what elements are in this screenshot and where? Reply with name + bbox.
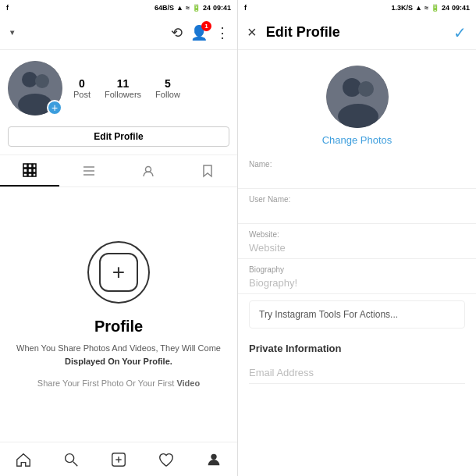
profile-section: + 0 Post 11 Followers 5 Follow <box>0 50 237 126</box>
more-options-icon[interactable]: ⋮ <box>215 24 229 41</box>
edit-profile-title: Edit Profile <box>266 24 453 41</box>
left-signal-icon: ▲ <box>176 4 183 12</box>
username-input[interactable] <box>249 205 465 223</box>
svg-rect-7 <box>23 169 27 172</box>
svg-rect-4 <box>23 164 27 168</box>
svg-point-1 <box>22 72 37 87</box>
left-battery-pct: 24 <box>203 4 211 12</box>
svg-rect-9 <box>33 169 36 172</box>
edit-profile-button[interactable]: Edit Profile <box>8 126 229 147</box>
right-data-speed: 1.3K/S <box>392 4 414 12</box>
nav-add[interactable] <box>95 442 143 476</box>
svg-rect-11 <box>28 173 32 176</box>
share-link[interactable]: Share Your First Photo Or Your First Vid… <box>37 378 200 388</box>
following-count: 5 <box>155 77 180 90</box>
nav-profile[interactable] <box>190 442 237 476</box>
left-topbar: ▾ ⟲ 👤 1 ⋮ <box>0 16 237 50</box>
svg-rect-8 <box>28 169 32 172</box>
left-data-speed: 64B/S <box>155 4 174 12</box>
email-input[interactable] <box>249 365 454 383</box>
biography-label: Biography <box>249 265 465 274</box>
website-label: Website: <box>249 230 465 239</box>
left-status-app: f <box>6 4 9 12</box>
profile-empty-state: + Profile When You Share Photos And Vide… <box>0 187 237 442</box>
tab-tagged[interactable] <box>119 155 178 186</box>
username-label: User Name: <box>249 195 465 204</box>
add-content-icon: + <box>99 253 138 292</box>
svg-point-17 <box>66 453 74 462</box>
right-battery-pct: 24 <box>442 4 449 12</box>
notifications-icon[interactable]: 👤 1 <box>190 24 208 41</box>
left-battery-icon: 🔋 <box>192 4 201 12</box>
name-label: Name: <box>249 160 465 169</box>
profile-photo <box>326 66 389 128</box>
content-tabs <box>0 155 237 187</box>
svg-line-18 <box>73 461 78 466</box>
private-info-section: Private Information <box>238 335 476 387</box>
bottom-navigation <box>0 442 237 476</box>
posts-label: Post <box>73 90 91 99</box>
empty-state-desc: When You Share Photos And Videos, They W… <box>16 342 221 368</box>
username-dropdown[interactable]: ▾ <box>8 28 14 37</box>
right-signal-icon: ▲ <box>415 4 422 12</box>
biography-field: Biography <box>238 259 476 294</box>
nav-likes[interactable] <box>142 442 190 476</box>
topbar-icons: ⟲ 👤 1 ⋮ <box>171 24 229 41</box>
svg-point-26 <box>338 104 378 128</box>
profile-stats: 0 Post 11 Followers 5 Follow <box>73 77 180 99</box>
nav-home[interactable] <box>0 442 48 476</box>
tab-grid[interactable] <box>0 155 59 186</box>
svg-rect-12 <box>33 173 36 176</box>
right-battery-icon: 🔋 <box>431 4 439 12</box>
svg-rect-6 <box>33 164 36 168</box>
right-wifi-icon: ≈ <box>424 4 428 12</box>
add-content-circle[interactable]: + <box>87 241 150 304</box>
biography-input[interactable] <box>249 275 465 293</box>
followers-label: Followers <box>105 90 141 99</box>
svg-rect-5 <box>28 164 32 168</box>
following-stat: 5 Follow <box>155 77 180 99</box>
promo-banner[interactable]: Try Instagram Tools For Actions... <box>249 300 465 329</box>
chevron-down-icon: ▾ <box>10 28 14 37</box>
change-photos-link[interactable]: Change Photos <box>322 134 393 146</box>
username-field: User Name: <box>238 189 476 224</box>
email-field <box>249 359 465 384</box>
close-button[interactable]: × <box>247 23 257 41</box>
posts-count: 0 <box>73 77 91 90</box>
empty-state-title: Profile <box>94 318 143 336</box>
history-icon[interactable]: ⟲ <box>171 24 183 41</box>
edit-profile-content: Change Photos Name: User Name: Website: … <box>238 50 476 476</box>
left-time: 09:41 <box>213 4 231 12</box>
add-avatar-icon[interactable]: + <box>47 100 62 115</box>
name-input[interactable] <box>249 170 465 188</box>
svg-point-22 <box>211 453 216 459</box>
website-input[interactable] <box>249 240 465 258</box>
notification-badge: 1 <box>201 21 211 31</box>
right-topbar: × Edit Profile ✓ <box>238 16 476 50</box>
left-panel: ▾ ⟲ 👤 1 ⋮ <box>0 16 238 476</box>
avatar-edit-section: Change Photos <box>238 50 476 154</box>
followers-stat: 11 Followers <box>105 77 141 99</box>
confirm-button[interactable]: ✓ <box>453 23 467 42</box>
followers-count: 11 <box>105 77 141 90</box>
name-field: Name: <box>238 154 476 189</box>
tab-saved[interactable] <box>178 155 237 186</box>
website-field: Website: <box>238 224 476 259</box>
right-time: 09:41 <box>452 4 470 12</box>
right-status-app: f <box>244 4 247 12</box>
svg-point-2 <box>35 74 49 88</box>
private-info-title: Private Information <box>249 343 465 354</box>
svg-point-25 <box>358 81 374 97</box>
left-wifi-icon: ≈ <box>186 4 190 12</box>
following-label: Follow <box>155 90 180 99</box>
right-panel: × Edit Profile ✓ Change Photos <box>238 16 476 476</box>
nav-search[interactable] <box>48 442 95 476</box>
avatar-wrap: + <box>8 61 62 115</box>
svg-rect-10 <box>23 173 27 176</box>
tab-list[interactable] <box>59 155 119 186</box>
posts-stat: 0 Post <box>73 77 91 99</box>
